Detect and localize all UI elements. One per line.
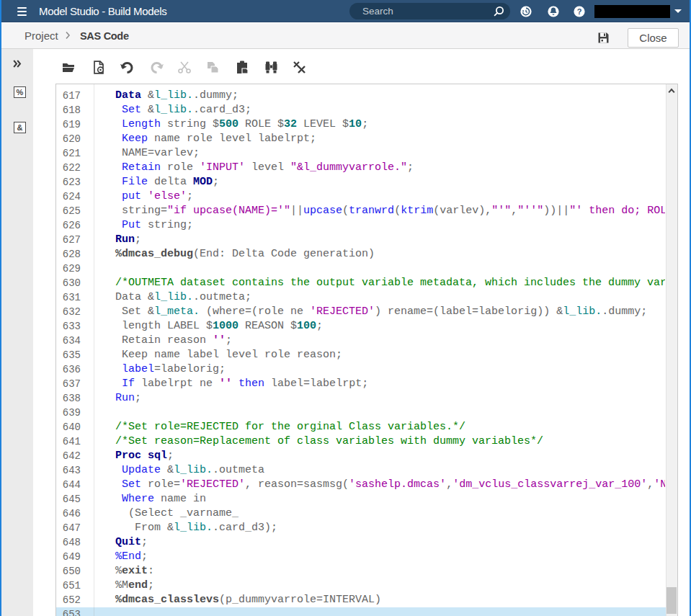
svg-text:?: ? [577,7,582,16]
